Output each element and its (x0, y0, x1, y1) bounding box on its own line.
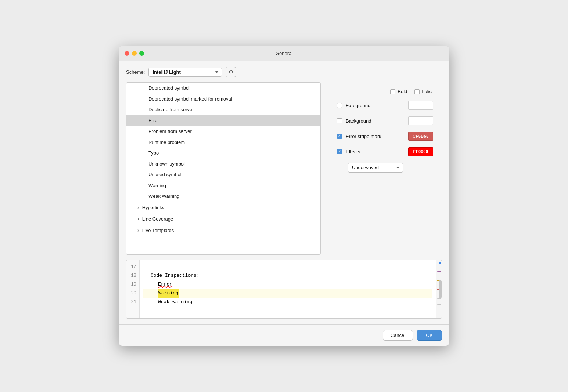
tree-item-deprecated-symbol[interactable]: Deprecated symbol (126, 83, 320, 94)
error-stripe-checkbox[interactable] (337, 134, 342, 139)
tree-item-line-coverage[interactable]: Line Coverage (126, 213, 320, 225)
tree-item-typo[interactable]: Typo (126, 148, 320, 159)
bold-label: Bold (398, 89, 407, 94)
effects-row: Effects FF0000 (337, 147, 433, 156)
error-stripe-row: Error stripe mark CF5B56 (337, 132, 433, 141)
line-number-18: 18 (129, 271, 136, 280)
italic-label: Italic (422, 89, 432, 94)
foreground-color-box[interactable] (408, 101, 433, 110)
window-controls (125, 51, 144, 56)
tree-item-weak-warning[interactable]: Weak Warning (126, 191, 320, 202)
main-content: Deprecated symbol Deprecated symbol mark… (126, 82, 442, 255)
code-text-21: Weak warning (158, 298, 193, 306)
foreground-row: Foreground (337, 101, 433, 110)
italic-checkbox[interactable] (414, 89, 420, 94)
maximize-button[interactable] (139, 51, 144, 56)
code-text-19: Error (158, 280, 172, 289)
error-stripe-color-box[interactable]: CF5B56 (408, 132, 433, 141)
code-text-20: Warning (158, 289, 179, 298)
error-stripe-label: Error stripe mark (346, 134, 405, 139)
tree-list: Deprecated symbol Deprecated symbol mark… (126, 83, 320, 236)
scheme-dropdown[interactable]: IntelliJ Light (148, 68, 222, 77)
effects-color-box[interactable]: FF0000 (408, 147, 433, 156)
effects-type-dropdown[interactable]: Underwaved (348, 163, 403, 173)
dialog-footer: Cancel OK (119, 324, 449, 346)
code-content: Code Inspections: Error Warning Weak war… (140, 260, 436, 318)
background-label: Background (346, 118, 405, 124)
tree-item-duplicate-server[interactable]: Duplicate from server (126, 104, 320, 115)
line-number-17: 17 (129, 262, 136, 271)
background-checkbox[interactable] (337, 118, 342, 123)
left-panel: Deprecated symbol Deprecated symbol mark… (126, 82, 321, 255)
tree-item-error[interactable]: Error (126, 115, 320, 126)
scheme-label: Scheme: (126, 69, 145, 75)
bold-checkbox-label[interactable]: Bold (390, 89, 407, 94)
background-color-box[interactable] (408, 116, 433, 125)
preview-scrollbar-thumb (439, 280, 442, 298)
scheme-select-container: IntelliJ Light (148, 68, 222, 77)
preview-panel: 17 18 19 20 21 Code Inspections: Error (126, 260, 442, 319)
bold-checkbox[interactable] (390, 89, 395, 94)
close-button[interactable] (125, 51, 129, 56)
foreground-label: Foreground (346, 103, 405, 108)
general-dialog: General Scheme: IntelliJ Light ⚙ Depreca… (119, 46, 449, 346)
line-number-20: 20 (129, 289, 136, 298)
tree-item-warning[interactable]: Warning (126, 180, 320, 191)
tree-item-deprecated-symbol-removal[interactable]: Deprecated symbol marked for removal (126, 94, 320, 105)
scheme-row: Scheme: IntelliJ Light ⚙ (126, 67, 442, 77)
background-row: Background (337, 116, 433, 125)
italic-checkbox-label[interactable]: Italic (414, 89, 432, 94)
error-stripe-color-value: CF5B56 (409, 132, 433, 140)
stripe-gray (437, 298, 441, 299)
code-line-20: Warning (143, 289, 432, 298)
effects-label: Effects (346, 149, 405, 155)
code-line-17 (143, 262, 432, 271)
code-text-18: Code Inspections: (151, 271, 199, 280)
effects-color-value: FF0000 (409, 148, 433, 156)
cancel-button[interactable]: Cancel (383, 330, 413, 341)
line-number-19: 19 (129, 280, 136, 289)
gear-button[interactable]: ⚙ (226, 67, 236, 77)
dialog-title: General (276, 51, 292, 56)
effects-dropdown-row: Underwaved (337, 163, 433, 173)
tree-item-live-templates[interactable]: Live Templates (126, 225, 320, 236)
titlebar: General (119, 46, 449, 61)
tree-item-unknown-symbol[interactable]: Unknown symbol (126, 159, 320, 170)
top-stripe (439, 262, 441, 264)
stripe-purple (437, 271, 441, 272)
line-numbers: 17 18 19 20 21 (126, 260, 140, 318)
ok-button[interactable]: OK (417, 330, 442, 341)
tree-item-unused-symbol[interactable]: Unused symbol (126, 169, 320, 180)
code-line-21: Weak warning (143, 298, 432, 306)
code-line-19: Error (143, 280, 432, 289)
preview-right-bar (436, 260, 442, 318)
style-row: Bold Italic (337, 89, 433, 94)
tree-item-runtime-problem[interactable]: Runtime problem (126, 137, 320, 148)
right-panel: Bold Italic Foreground Background (328, 82, 442, 179)
tree-item-hyperlinks[interactable]: Hyperlinks (126, 202, 320, 213)
tree-item-problem-server[interactable]: Problem from server (126, 126, 320, 137)
gear-icon: ⚙ (229, 69, 233, 75)
minimize-button[interactable] (132, 51, 137, 56)
code-line-18: Code Inspections: (143, 271, 432, 280)
effects-checkbox[interactable] (337, 149, 342, 154)
line-number-21: 21 (129, 298, 136, 306)
foreground-checkbox[interactable] (337, 103, 342, 108)
dialog-body: Scheme: IntelliJ Light ⚙ Deprecated symb… (119, 61, 449, 324)
stripe-gray2 (437, 304, 441, 305)
